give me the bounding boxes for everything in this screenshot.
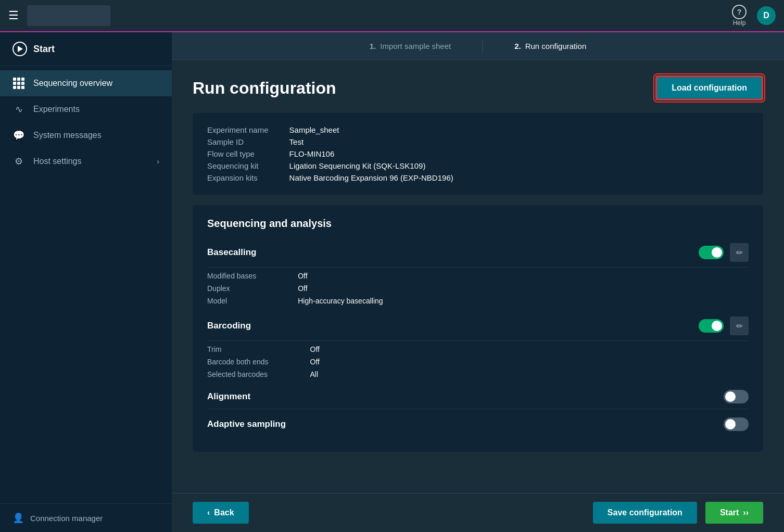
model-label: Model <box>207 296 256 306</box>
bottom-right-buttons: Save configuration Start ›› <box>593 502 763 524</box>
sidebar-item-label: System messages <box>33 131 159 140</box>
selected-barcodes-label: Selected barcodes <box>207 369 269 379</box>
alignment-row: Alignment <box>207 385 749 409</box>
chevron-left-icon: ‹ <box>207 508 210 517</box>
load-configuration-button[interactable]: Load configuration <box>655 75 763 100</box>
duplex-value: Off <box>298 283 749 294</box>
sidebar-item-label: Experiments <box>33 105 159 114</box>
start-circle-icon <box>12 42 27 56</box>
adaptive-sampling-toggle[interactable] <box>724 417 749 431</box>
main-layout: Start Sequencing overview ∿ Experiments <box>0 32 784 532</box>
sample-id-value: Test <box>289 137 749 146</box>
chat-icon: 💬 <box>12 130 25 141</box>
page-title: Run configuration <box>193 79 336 98</box>
help-button[interactable]: ? Help <box>732 5 747 27</box>
barcode-both-ends-label: Barcode both ends <box>207 357 269 367</box>
basecalling-toggle[interactable] <box>699 246 724 259</box>
sidebar-item-label: Sequencing overview <box>33 79 159 88</box>
sample-id-label: Sample ID <box>207 137 269 146</box>
topbar-right: ? Help D <box>732 5 776 27</box>
barcoding-details: Trim Off Barcode both ends Off Selected … <box>207 344 749 379</box>
start-label: Start <box>720 508 739 517</box>
play-icon <box>18 46 23 52</box>
adaptive-sampling-label: Adaptive sampling <box>207 419 717 429</box>
experiment-name-value: Sample_sheet <box>289 125 749 134</box>
sidebar-item-label: Host settings <box>33 157 148 166</box>
model-value: High-accuracy basecalling <box>298 296 749 306</box>
basecalling-row: Basecalling ✏ <box>207 238 749 268</box>
sidebar-item-experiments[interactable]: ∿ Experiments <box>0 96 172 122</box>
adaptive-sampling-row: Adaptive sampling <box>207 412 749 436</box>
expansion-kits-label: Expansion kits <box>207 173 269 182</box>
topbar: ☰ ? Help D <box>0 0 784 32</box>
save-configuration-button[interactable]: Save configuration <box>593 502 697 524</box>
sidebar-start[interactable]: Start <box>0 32 172 66</box>
expansion-kits-value: Native Barcoding Expansion 96 (EXP-NBD19… <box>289 173 749 182</box>
grid-icon <box>12 78 25 89</box>
sequencing-analysis-card: Sequencing and analysis Basecalling ✏ Mo… <box>193 205 763 452</box>
barcoding-row: Barcoding ✏ <box>207 311 749 341</box>
main-content: Run configuration Load configuration Exp… <box>172 60 784 493</box>
stepbar: 1. Import sample sheet 2. Run configurat… <box>172 32 784 60</box>
wave-icon: ∿ <box>12 104 25 115</box>
experiment-name-label: Experiment name <box>207 125 269 134</box>
content-area: 1. Import sample sheet 2. Run configurat… <box>172 32 784 532</box>
person-icon: 👤 <box>12 512 24 524</box>
help-icon: ? <box>732 5 747 19</box>
step-2-label: Run configuration <box>525 42 587 50</box>
run-details-grid: Experiment name Sample_sheet Sample ID T… <box>207 125 749 182</box>
step-2[interactable]: 2. Run configuration <box>483 42 617 50</box>
sequencing-kit-value: Ligation Sequencing Kit (SQK-LSK109) <box>289 161 749 170</box>
sidebar-item-connection-manager[interactable]: 👤 Connection manager <box>12 512 159 524</box>
help-label: Help <box>733 19 746 27</box>
logo <box>27 5 110 26</box>
sequencing-analysis-title: Sequencing and analysis <box>207 218 749 230</box>
sidebar-item-sequencing-overview[interactable]: Sequencing overview <box>0 70 172 96</box>
sequencing-kit-label: Sequencing kit <box>207 161 269 170</box>
flow-cell-type-value: FLO-MIN106 <box>289 149 749 158</box>
step-1-label: Import sample sheet <box>380 42 451 50</box>
back-label: Back <box>214 508 234 517</box>
modified-bases-label: Modified bases <box>207 271 256 281</box>
alignment-label: Alignment <box>207 391 717 402</box>
basecalling-details: Modified bases Off Duplex Off Model High… <box>207 271 749 306</box>
connection-manager-label: Connection manager <box>30 514 103 523</box>
barcoding-toggle[interactable] <box>699 319 724 333</box>
gear-icon: ⚙ <box>12 156 25 167</box>
sidebar-item-host-settings[interactable]: ⚙ Host settings › <box>0 148 172 174</box>
start-button[interactable]: Start ›› <box>705 502 763 524</box>
flow-cell-type-label: Flow cell type <box>207 149 269 158</box>
chevron-right-icon: › <box>157 157 159 166</box>
step-1-num: 1. <box>370 42 376 50</box>
start-label: Start <box>33 44 55 55</box>
barcoding-edit-button[interactable]: ✏ <box>730 316 749 335</box>
selected-barcodes-value: All <box>310 369 749 379</box>
sidebar-item-system-messages[interactable]: 💬 System messages <box>0 122 172 148</box>
back-button[interactable]: ‹ Back <box>193 502 249 524</box>
sidebar-nav: Sequencing overview ∿ Experiments 💬 Syst… <box>0 66 172 503</box>
sidebar: Start Sequencing overview ∿ Experiments <box>0 32 172 532</box>
chevron-right-icon: ›› <box>743 508 749 517</box>
run-details-card: Experiment name Sample_sheet Sample ID T… <box>193 113 763 195</box>
user-avatar[interactable]: D <box>757 6 776 25</box>
modified-bases-value: Off <box>298 271 749 281</box>
menu-button[interactable]: ☰ <box>8 9 19 22</box>
sidebar-bottom: 👤 Connection manager <box>0 503 172 532</box>
alignment-toggle[interactable] <box>724 390 749 403</box>
bottombar: ‹ Back Save configuration Start ›› <box>172 493 784 532</box>
step-1[interactable]: 1. Import sample sheet <box>338 42 482 50</box>
run-config-header: Run configuration Load configuration <box>193 75 763 100</box>
basecalling-label: Basecalling <box>207 247 692 258</box>
duplex-label: Duplex <box>207 283 256 294</box>
barcoding-label: Barcoding <box>207 321 692 331</box>
step-2-num: 2. <box>514 42 521 50</box>
basecalling-edit-button[interactable]: ✏ <box>730 243 749 262</box>
trim-label: Trim <box>207 344 269 354</box>
menu-icon: ☰ <box>8 9 19 22</box>
trim-value: Off <box>310 344 749 354</box>
barcode-both-ends-value: Off <box>310 357 749 367</box>
